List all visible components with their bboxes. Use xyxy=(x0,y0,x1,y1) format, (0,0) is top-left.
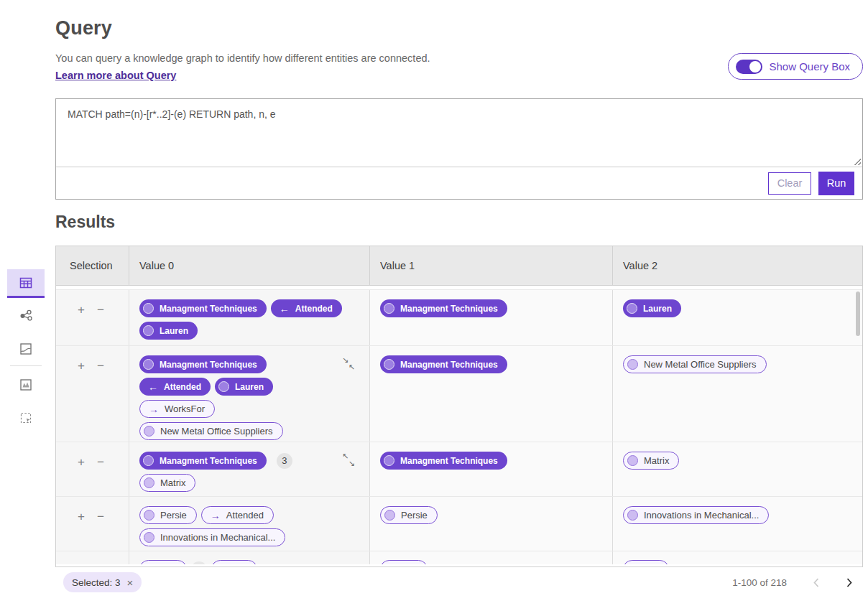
pill-line: Innovations in Mechanical... xyxy=(623,506,852,524)
table-row: +−Persie→AttendedInnovations in Mechanic… xyxy=(56,496,862,551)
column-header: Value 0 xyxy=(129,246,370,285)
node-pill[interactable]: Managment Techniques xyxy=(380,355,507,373)
query-input[interactable]: MATCH path=(n)-[r*..2]-(e) RETURN path, … xyxy=(56,99,862,167)
pill-label: New Metal Office Suppliers xyxy=(160,426,273,437)
add-to-selection-button[interactable]: + xyxy=(78,304,85,316)
pill-label: Managment Techniques xyxy=(160,456,257,466)
node-pill[interactable]: Innovations in Mechanical... xyxy=(139,528,285,546)
cell-value-2: Matrix xyxy=(613,442,862,496)
remove-from-selection-button[interactable]: − xyxy=(97,510,104,523)
node-pill[interactable]: Persie xyxy=(139,506,197,524)
node-pill[interactable]: Managment Techniques xyxy=(139,452,267,470)
remove-from-selection-button[interactable]: − xyxy=(97,456,104,468)
pill-line: Managment Techniques xyxy=(380,452,602,470)
cell-selection: +− xyxy=(56,442,129,496)
sidebar-item-link-chart[interactable] xyxy=(7,302,45,330)
cell-value-1: Persie xyxy=(370,497,613,551)
pill-line xyxy=(380,560,602,564)
pill-label: Attended xyxy=(295,304,333,314)
cell-value-0: Managment Techniques3Matrix↖↘ xyxy=(129,442,370,496)
cell-value-0: Persie→AttendedInnovations in Mechanical… xyxy=(129,497,370,551)
edge-pill[interactable]: ←Attended xyxy=(271,299,342,317)
learn-more-link[interactable]: Learn more about Query xyxy=(55,70,176,81)
add-to-selection-button[interactable]: + xyxy=(78,360,85,372)
node-pill[interactable]: Lauren xyxy=(215,378,273,396)
add-to-selection-button[interactable]: + xyxy=(78,456,85,468)
pill-line: Lauren xyxy=(623,299,852,317)
pill-label: Managment Techniques xyxy=(400,456,498,466)
pill-line: Persie xyxy=(380,506,602,524)
pill-line: Managment Techniques3 xyxy=(139,452,359,470)
cell-value-2 xyxy=(613,551,862,564)
pill-line: Innovations in Mechanical... xyxy=(139,528,359,546)
node-dot-icon xyxy=(144,426,154,437)
node-pill[interactable]: Managment Techniques xyxy=(139,355,267,373)
edge-pill[interactable]: →WorksFor xyxy=(139,400,215,418)
sidebar-item-map[interactable] xyxy=(7,335,45,363)
pill-line xyxy=(139,560,359,564)
pill-label: Managment Techniques xyxy=(400,304,498,314)
node-dot-icon xyxy=(143,359,154,370)
collapse-row-icon[interactable]: ↘↖ xyxy=(342,356,355,371)
node-pill[interactable]: Managment Techniques xyxy=(139,299,267,317)
pill-line: New Metal Office Suppliers xyxy=(623,355,852,373)
overflow-count-badge[interactable]: 3 xyxy=(277,453,292,469)
node-pill[interactable]: New Metal Office Suppliers xyxy=(623,355,767,373)
pill-line: Matrix xyxy=(623,452,852,470)
node-pill[interactable]: Managment Techniques xyxy=(380,452,507,470)
node-dot-icon xyxy=(144,477,154,488)
pill-partial xyxy=(211,560,257,564)
node-dot-icon xyxy=(384,359,394,370)
sidebar-item-selection[interactable] xyxy=(7,404,45,432)
prev-page-button[interactable] xyxy=(813,577,820,588)
cell-value-2: New Metal Office Suppliers xyxy=(613,346,862,442)
table-row: +−Managment Techniques←AttendedLaurenMan… xyxy=(56,289,862,345)
close-icon[interactable]: × xyxy=(127,577,134,589)
node-pill[interactable]: Lauren xyxy=(139,322,198,340)
toggle-switch-icon[interactable] xyxy=(736,60,762,74)
node-pill[interactable]: New Metal Office Suppliers xyxy=(139,422,283,440)
node-dot-icon xyxy=(627,455,638,466)
cell-selection: +− xyxy=(56,346,129,442)
node-dot-icon xyxy=(143,455,154,466)
page-description: You can query a knowledge graph to ident… xyxy=(55,52,430,64)
selected-chip-label: Selected: 3 xyxy=(72,577,121,588)
node-pill[interactable]: Managment Techniques xyxy=(380,299,507,317)
show-query-box-toggle[interactable]: Show Query Box xyxy=(728,53,863,80)
results-table: SelectionValue 0Value 1Value 2 +−Managme… xyxy=(55,246,863,567)
pill-line: Lauren xyxy=(139,322,359,340)
node-pill[interactable]: Matrix xyxy=(623,452,679,470)
node-dot-icon xyxy=(384,455,394,466)
vertical-scrollbar[interactable] xyxy=(856,291,860,336)
remove-from-selection-button[interactable]: − xyxy=(97,360,104,372)
cell-selection: +− xyxy=(56,497,129,551)
pill-label: Innovations in Mechanical... xyxy=(160,532,275,543)
table-header: SelectionValue 0Value 1Value 2 xyxy=(56,246,862,286)
sidebar-item-table-view[interactable] xyxy=(7,269,45,298)
node-dot-icon xyxy=(627,359,638,370)
pill-label: Attended xyxy=(164,382,201,392)
resize-grip-icon[interactable] xyxy=(853,157,861,165)
edge-pill[interactable]: →Attended xyxy=(201,506,274,524)
pill-label: Persie xyxy=(160,510,187,521)
pill-label: WorksFor xyxy=(165,404,205,414)
table-row: +−Managment Techniques3Matrix↖↘Managment… xyxy=(56,442,862,496)
next-page-button[interactable] xyxy=(846,577,853,588)
node-pill[interactable]: Innovations in Mechanical... xyxy=(623,506,769,524)
node-pill[interactable]: Matrix xyxy=(139,474,195,492)
page-title: Query xyxy=(55,17,112,39)
clear-button[interactable]: Clear xyxy=(768,172,811,195)
add-to-selection-button[interactable]: + xyxy=(78,510,85,523)
sidebar-item-new-map[interactable] xyxy=(7,370,45,399)
edge-pill[interactable]: ←Attended xyxy=(139,378,211,396)
column-header: Value 1 xyxy=(370,246,613,285)
node-pill[interactable]: Persie xyxy=(380,506,438,524)
expand-row-icon[interactable]: ↖↘ xyxy=(342,452,355,467)
run-button[interactable]: Run xyxy=(818,172,854,195)
map-icon xyxy=(19,342,33,356)
node-pill[interactable]: Lauren xyxy=(623,299,681,317)
remove-from-selection-button[interactable]: − xyxy=(97,304,104,316)
cell-value-2: Innovations in Mechanical... xyxy=(613,497,862,551)
selected-chip[interactable]: Selected: 3 × xyxy=(63,572,142,592)
table-body: +−Managment Techniques←AttendedLaurenMan… xyxy=(56,286,862,564)
